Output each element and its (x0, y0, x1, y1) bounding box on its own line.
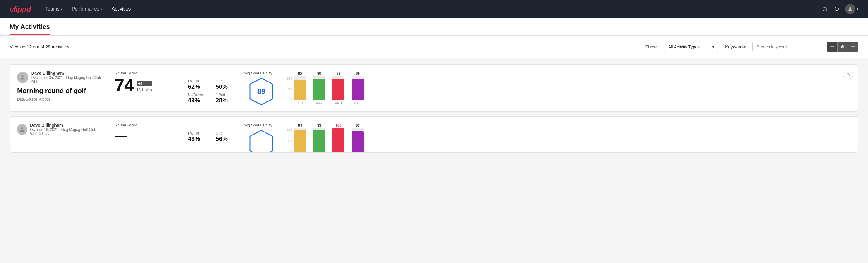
svg-point-3 (21, 127, 23, 129)
nav-activities[interactable]: Activities (112, 4, 130, 14)
bar-putt: 89 PUTT (351, 71, 364, 105)
bar-app: 93 APP (313, 123, 325, 152)
stat-fw-hit: FW Hit 43% (188, 131, 209, 142)
card-left-section: Dave Billingham October 16, 2021 - Gog M… (17, 123, 107, 137)
score-details: +4 18 Holes (136, 81, 152, 94)
viewing-total: 29 (45, 44, 51, 49)
activity-card: Dave Billingham December 05, 2021 - Gog … (10, 64, 858, 112)
bar-putt-value: 87 (356, 123, 360, 128)
bar-arg-value: 106 (335, 123, 341, 128)
bar-app-fill (313, 130, 325, 152)
list-compact-view-button[interactable]: ☰ (827, 42, 838, 52)
chart-y-axis: 100 50 0 (287, 129, 292, 152)
add-icon[interactable]: ⊕ (822, 5, 828, 13)
chart-section: 100 50 0 94 OTT 93 APP (287, 123, 851, 152)
y-label-0: 0 (287, 149, 292, 152)
bar-arg-value: 89 (337, 71, 340, 76)
refresh-icon[interactable]: ↻ (834, 5, 839, 13)
stats-grid-section: FW Hit 43% GIR 56% (188, 123, 236, 142)
edit-button[interactable]: ✎ (844, 69, 853, 79)
navbar: clippd Teams ▾ Performance ▾ Activities … (0, 0, 868, 18)
nav-teams[interactable]: Teams ▾ (45, 4, 62, 14)
stat-fw-hit: FW Hit 62% (188, 79, 209, 90)
user-avatar-button[interactable]: ▾ (845, 4, 858, 14)
bar-app-track (313, 76, 325, 100)
user-date: October 16, 2021 - Gog Magog Golf Club -… (30, 127, 107, 136)
card-left-section: Dave Billingham December 05, 2021 - Gog … (17, 71, 107, 101)
round-score-row: — (115, 128, 181, 144)
activity-card: Dave Billingham October 16, 2021 - Gog M… (10, 116, 858, 152)
bar-ott: 94 OTT (294, 123, 306, 152)
chart-y-axis: 100 50 0 (287, 77, 292, 101)
bar-arg-fill (332, 128, 344, 152)
user-avatar (17, 71, 28, 83)
avg-shot-quality-label: Avg Shot Quality (243, 71, 273, 75)
user-name: Dave Billingham (31, 71, 107, 76)
stat-gir: GIR 56% (216, 131, 236, 142)
y-label-50: 50 (287, 87, 292, 91)
hexagon-icon (249, 130, 273, 152)
page-title: My Activities (10, 23, 50, 35)
activity-type-select[interactable]: All Activity Types (664, 42, 718, 52)
data-source: Data Source: Arccos (17, 97, 107, 101)
round-score-label: Round Score (115, 123, 181, 127)
stats-grid-section: FW Hit 62% GIR 50% Up/Down 43% 1 Putt 28… (188, 71, 236, 104)
viewing-count: 12 (27, 44, 32, 49)
bar-ott-fill (294, 130, 306, 152)
y-label-0: 0 (287, 97, 292, 101)
performance-chevron-icon: ▾ (100, 7, 102, 11)
bar-ott-value: 85 (298, 71, 302, 76)
stats-grid: FW Hit 62% GIR 50% Up/Down 43% 1 Putt 28… (188, 79, 236, 104)
bar-putt-label: PUTT (353, 101, 362, 105)
bar-app: 90 APP (313, 71, 325, 105)
bar-ott-fill (294, 80, 306, 100)
y-label-50: 50 (287, 139, 292, 143)
avatar (845, 4, 856, 14)
chart-bars: 94 OTT 93 APP 106 (294, 123, 364, 152)
teams-chevron-icon: ▾ (61, 7, 62, 11)
stat-gir: GIR 50% (216, 79, 236, 90)
bar-putt-track (351, 128, 364, 152)
grid-icon: ⊛ (841, 44, 844, 50)
bar-putt-value: 89 (356, 71, 360, 76)
bar-arg: 89 ARG (332, 71, 344, 105)
bar-app-value: 90 (317, 71, 321, 76)
grid-view-button[interactable]: ⊛ (838, 42, 848, 52)
bar-putt-track (351, 76, 364, 100)
bar-ott: 85 OTT (294, 71, 306, 105)
svg-marker-4 (250, 130, 273, 152)
round-score-section: Round Score 74 +4 18 Holes (115, 71, 181, 94)
filter-bar: Viewing 12 out of 29 Activities Show: Al… (0, 35, 868, 58)
activities-list: Dave Billingham December 05, 2021 - Gog … (0, 58, 868, 164)
bar-ott-track (294, 128, 306, 152)
score-badge: +4 (136, 81, 152, 86)
user-name: Dave Billingham (30, 123, 107, 127)
stat-1putt: 1 Putt 28% (216, 93, 236, 104)
search-input[interactable] (752, 42, 818, 52)
bar-arg: 106 ARG (332, 123, 344, 152)
bar-ott-label: OTT (297, 101, 303, 105)
brand-logo: clippd (10, 4, 31, 14)
nav-actions: ⊕ ↻ ▾ (822, 4, 858, 14)
user-row: Dave Billingham October 16, 2021 - Gog M… (17, 123, 107, 136)
nav-performance[interactable]: Performance ▾ (72, 4, 102, 14)
activity-title: Morning round of golf (17, 87, 107, 95)
bar-arg-track (332, 76, 344, 100)
avatar-chevron-icon: ▾ (857, 7, 858, 11)
bar-putt-fill (351, 131, 364, 152)
avg-shot-quality-label: Avg Shot Quality (243, 123, 273, 127)
list-full-view-button[interactable]: ☰ (848, 42, 858, 52)
hexagon-container (249, 130, 273, 152)
round-score-value: — (115, 128, 127, 144)
bar-ott-value: 94 (298, 123, 302, 128)
bar-app-value: 93 (317, 123, 321, 128)
bar-app-label: APP (316, 101, 322, 105)
user-date: December 05, 2021 - Gog Magog Golf Club … (31, 76, 107, 84)
user-info: Dave Billingham October 16, 2021 - Gog M… (30, 123, 107, 136)
hexagon-container: 89 (249, 78, 273, 105)
bar-arg-fill (332, 79, 344, 100)
list-full-icon: ☰ (851, 44, 855, 50)
avg-shot-quality-section: Avg Shot Quality (243, 123, 279, 152)
score-holes: 18 Holes (136, 88, 152, 92)
bar-app-track (313, 128, 325, 152)
